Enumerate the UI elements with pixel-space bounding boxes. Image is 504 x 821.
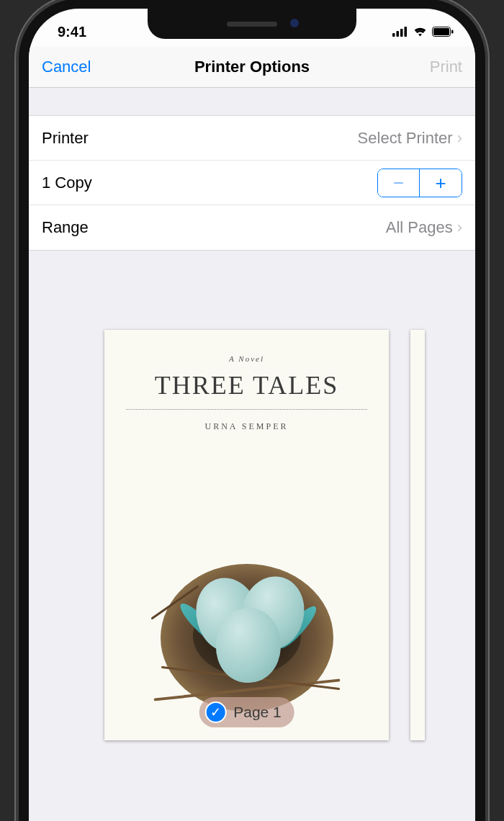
options-list: Printer Select Printer › 1 Copy − + Rang… — [29, 115, 475, 251]
preview-area[interactable]: A Novel THREE TALES URNA SEMPER ✓ Page — [29, 251, 475, 740]
chevron-right-icon: › — [457, 129, 462, 148]
range-label: Range — [42, 218, 89, 237]
range-row[interactable]: Range All Pages › — [29, 205, 475, 250]
content: Printer Select Printer › 1 Copy − + Rang… — [29, 88, 475, 821]
phone-frame: 9:41 Cancel Printer Options Print Printe… — [29, 9, 475, 821]
increment-button[interactable]: + — [420, 169, 462, 197]
checkmark-icon: ✓ — [204, 701, 226, 723]
battery-icon — [432, 24, 454, 40]
page-title: Printer Options — [194, 58, 310, 76]
printer-row[interactable]: Printer Select Printer › — [29, 116, 475, 161]
status-indicators — [392, 24, 454, 40]
cover-title: THREE TALES — [126, 370, 367, 400]
svg-rect-1 — [397, 31, 400, 37]
page-pill-label: Page 1 — [233, 704, 282, 721]
printer-label: Printer — [42, 129, 89, 148]
printer-value: Select Printer — [358, 129, 453, 148]
cover-author: URNA SEMPER — [126, 421, 367, 432]
page-thumbnail-2[interactable] — [410, 330, 425, 740]
svg-rect-6 — [451, 30, 454, 33]
cover-art — [139, 503, 355, 719]
svg-rect-2 — [400, 29, 403, 37]
print-button: Print — [430, 58, 462, 76]
chevron-right-icon: › — [457, 218, 462, 237]
range-value: All Pages — [386, 218, 453, 237]
cover-divider — [126, 409, 367, 410]
front-camera — [290, 19, 299, 27]
wifi-icon — [413, 24, 428, 40]
cancel-button[interactable]: Cancel — [42, 58, 91, 76]
status-time: 9:41 — [58, 24, 86, 40]
copies-label: 1 Copy — [42, 174, 92, 192]
decrement-button[interactable]: − — [378, 169, 420, 197]
cover-subtitle: A Novel — [126, 354, 367, 363]
svg-rect-5 — [433, 28, 449, 35]
svg-rect-3 — [405, 27, 408, 37]
nav-bar: Cancel Printer Options Print — [29, 46, 475, 88]
page-thumbnail-1[interactable]: A Novel THREE TALES URNA SEMPER ✓ Page — [104, 330, 389, 740]
cellular-icon — [392, 24, 408, 40]
page-selection-pill[interactable]: ✓ Page 1 — [199, 697, 294, 727]
speaker-grille — [227, 22, 277, 27]
notch — [148, 9, 356, 39]
copies-stepper: − + — [377, 169, 462, 197]
copies-row: 1 Copy − + — [29, 161, 475, 205]
svg-rect-0 — [392, 33, 395, 37]
